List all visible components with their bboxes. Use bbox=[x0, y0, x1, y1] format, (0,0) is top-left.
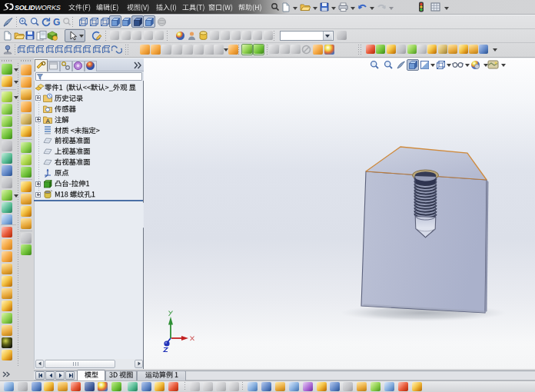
svg-text:G: G bbox=[53, 17, 60, 27]
svg-text:A: A bbox=[45, 118, 50, 124]
